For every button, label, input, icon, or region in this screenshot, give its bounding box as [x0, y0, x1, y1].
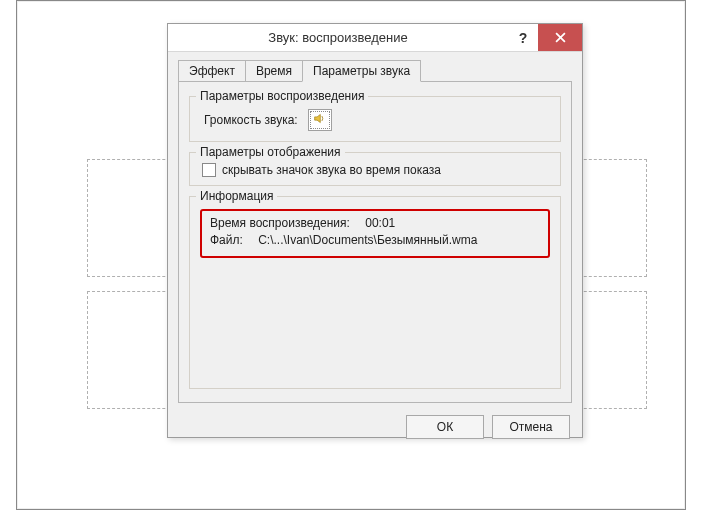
- titlebar: Звук: воспроизведение ?: [168, 24, 582, 52]
- volume-button[interactable]: [308, 109, 332, 131]
- hide-icon-label[interactable]: скрывать значок звука во время показа: [222, 163, 441, 177]
- tab-effect[interactable]: Эффект: [178, 60, 246, 81]
- file-value: C:\...\Ivan\Documents\Безымянный.wma: [258, 232, 477, 249]
- sound-playback-dialog: Звук: воспроизведение ? Эффект Время Пар…: [167, 23, 583, 438]
- close-icon: [555, 30, 566, 46]
- dialog-footer: ОК Отмена: [168, 409, 582, 449]
- ok-button[interactable]: ОК: [406, 415, 484, 439]
- info-highlight-box: Время воспроизведения: 00:01 Файл: C:\..…: [200, 209, 550, 258]
- dialog-title: Звук: воспроизведение: [168, 24, 508, 51]
- cancel-button[interactable]: Отмена: [492, 415, 570, 439]
- display-params-group: Параметры отображения скрывать значок зв…: [189, 152, 561, 186]
- hide-icon-checkbox[interactable]: [202, 163, 216, 177]
- help-icon: ?: [519, 30, 528, 46]
- titlebar-buttons: ?: [508, 24, 582, 51]
- tab-panel-sound-params: Параметры воспроизведения Громкость звук…: [178, 81, 572, 403]
- tab-strip: Эффект Время Параметры звука: [168, 52, 582, 81]
- speaker-icon: [313, 112, 326, 128]
- close-button[interactable]: [538, 24, 582, 51]
- playback-legend: Параметры воспроизведения: [196, 89, 368, 103]
- volume-row: Громкость звука:: [200, 107, 550, 133]
- play-time-row: Время воспроизведения: 00:01: [210, 215, 540, 232]
- document-background: Звук: воспроизведение ? Эффект Время Пар…: [16, 0, 686, 510]
- volume-label: Громкость звука:: [204, 113, 298, 127]
- info-legend: Информация: [196, 189, 277, 203]
- tab-sound-params[interactable]: Параметры звука: [302, 60, 421, 82]
- display-legend: Параметры отображения: [196, 145, 345, 159]
- information-group: Информация Время воспроизведения: 00:01 …: [189, 196, 561, 389]
- hide-icon-row: скрывать значок звука во время показа: [200, 163, 550, 177]
- help-button[interactable]: ?: [508, 24, 538, 51]
- play-time-value: 00:01: [365, 215, 395, 232]
- play-time-label: Время воспроизведения:: [210, 215, 350, 232]
- tab-time[interactable]: Время: [245, 60, 303, 81]
- file-label: Файл:: [210, 232, 243, 249]
- file-row: Файл: C:\...\Ivan\Documents\Безымянный.w…: [210, 232, 540, 249]
- playback-params-group: Параметры воспроизведения Громкость звук…: [189, 96, 561, 142]
